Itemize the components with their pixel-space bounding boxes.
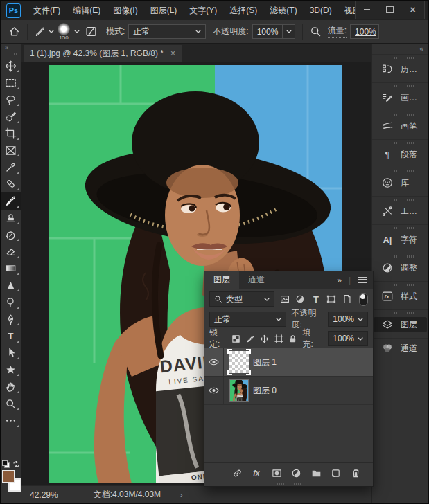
tool-dodge[interactable] — [1, 294, 21, 310]
panel-button-channels[interactable]: 通道 — [372, 339, 428, 358]
menu-edit[interactable]: 编辑(E) — [67, 5, 107, 17]
layer-thumbnail[interactable] — [229, 351, 249, 373]
filter-pixel-icon[interactable] — [280, 294, 290, 305]
filter-toggle[interactable] — [359, 293, 368, 306]
layer-row-1[interactable]: 图层 1 — [204, 348, 373, 377]
lock-position-icon[interactable] — [260, 334, 270, 344]
default-colors-icon[interactable] — [2, 460, 10, 468]
toolbar-grip[interactable] — [6, 53, 17, 55]
layer-thumbnail[interactable] — [229, 379, 249, 402]
tool-eraser[interactable] — [1, 243, 21, 260]
tool-clone-stamp[interactable] — [1, 210, 21, 226]
tool-custom-shape[interactable] — [1, 361, 21, 378]
panel-resize-grip[interactable] — [204, 483, 373, 486]
dock-collapse-icon[interactable]: « — [372, 44, 428, 55]
tool-spot-healing-brush[interactable] — [1, 176, 21, 192]
layer-row-0[interactable]: 图层 0 — [204, 377, 373, 405]
panel-button-layers[interactable]: 图层 — [372, 310, 428, 339]
panel-button-libraries[interactable]: 库 — [372, 168, 428, 197]
tool-frame[interactable] — [1, 142, 21, 159]
opacity-field[interactable]: 100% — [252, 24, 295, 39]
panel-button-adjustments[interactable]: 调整 — [372, 253, 428, 282]
tool-hand[interactable] — [1, 378, 21, 395]
tool-crop[interactable] — [1, 125, 21, 142]
tool-gradient[interactable] — [1, 260, 21, 277]
add-mask-icon[interactable] — [270, 467, 283, 479]
tab-channels[interactable]: 通道 — [239, 271, 274, 289]
panel-collapse-icon[interactable]: » — [337, 276, 342, 285]
menu-image[interactable]: 图像(I) — [107, 5, 143, 17]
tool-brush[interactable] — [1, 192, 21, 209]
filter-shape-icon[interactable] — [326, 294, 337, 305]
minimize-button[interactable] — [356, 1, 378, 19]
lock-transparency-icon[interactable] — [231, 334, 241, 344]
tool-pen[interactable] — [1, 311, 21, 327]
tool-blur[interactable] — [1, 277, 21, 294]
zoom-level-field[interactable]: 42.29% — [21, 490, 67, 500]
chevron-down-icon[interactable] — [74, 30, 80, 33]
new-adjustment-layer-icon[interactable] — [290, 467, 303, 479]
lock-artboard-icon[interactable] — [274, 334, 283, 344]
brush-settings-toggle[interactable] — [85, 26, 97, 37]
blend-mode-select[interactable]: 正常 — [209, 312, 286, 327]
panel-button-tool-presets[interactable]: 工… — [372, 197, 428, 225]
document-tab[interactable]: 1 (1).jpg @ 42.3% (图层 1, RGB/8) * × — [24, 45, 182, 62]
tool-move[interactable] — [1, 57, 21, 74]
panel-button-brush-settings[interactable]: 画… — [372, 83, 428, 111]
tool-eyedropper[interactable] — [1, 159, 21, 175]
visibility-toggle[interactable] — [204, 377, 224, 404]
panel-menu-icon[interactable] — [358, 277, 367, 283]
link-layers-icon[interactable] — [231, 467, 243, 479]
maximize-button[interactable] — [378, 1, 401, 19]
delete-layer-icon[interactable] — [349, 467, 362, 479]
toolbar-expand-icon[interactable]: » — [1, 44, 21, 53]
menu-3d[interactable]: 3D(D) — [304, 6, 338, 15]
layer-effects-icon[interactable]: fx — [251, 467, 263, 479]
menu-filter[interactable]: 滤镜(T) — [263, 5, 303, 17]
flow-label[interactable]: 流量: — [328, 25, 347, 38]
panel-button-styles[interactable]: fx样式 — [372, 282, 428, 310]
tool-type[interactable]: T — [1, 327, 21, 344]
tool-quick-selection[interactable] — [1, 108, 21, 125]
menu-layer[interactable]: 图层(L) — [144, 5, 184, 17]
tool-zoom[interactable] — [1, 395, 21, 412]
flow-field[interactable]: 100% — [350, 24, 379, 39]
search-button[interactable] — [310, 26, 322, 37]
visibility-toggle[interactable] — [204, 348, 224, 376]
tool-lasso[interactable] — [1, 91, 21, 108]
swap-colors-icon[interactable] — [12, 460, 20, 468]
tool-path-selection[interactable] — [1, 345, 21, 361]
tool-edit-toolbar[interactable] — [1, 412, 21, 429]
layer-name[interactable]: 图层 1 — [253, 357, 277, 368]
panel-button-paragraph[interactable]: ¶段落 — [372, 140, 428, 168]
tool-rectangular-marquee[interactable] — [1, 74, 21, 91]
close-button[interactable]: × — [401, 1, 424, 19]
foreground-color-swatch[interactable] — [2, 470, 15, 483]
brush-preset-picker[interactable]: 150 — [58, 23, 70, 40]
filter-smart-object-icon[interactable] — [342, 294, 353, 305]
fill-field[interactable]: 100% — [328, 331, 368, 346]
menu-type[interactable]: 文字(Y) — [183, 5, 223, 17]
panel-button-character[interactable]: A|字符 — [372, 225, 428, 253]
tool-history-brush[interactable] — [1, 226, 21, 243]
menu-file[interactable]: 文件(F) — [27, 5, 67, 17]
home-button[interactable] — [8, 26, 20, 37]
filter-type-select[interactable]: 类型 — [209, 291, 274, 307]
tool-preset-picker[interactable] — [35, 26, 54, 37]
menu-select[interactable]: 选择(S) — [223, 5, 263, 17]
tab-layers[interactable]: 图层 — [204, 271, 239, 289]
new-group-icon[interactable] — [310, 467, 322, 479]
panel-button-brushes[interactable]: 画笔 — [372, 111, 428, 140]
layer-opacity-field[interactable]: 100% — [328, 312, 368, 327]
filter-type-icon[interactable]: T — [311, 294, 322, 305]
mode-select[interactable]: 正常 — [128, 24, 206, 39]
layer-name[interactable]: 图层 0 — [253, 385, 277, 397]
status-popup-chevron[interactable]: › — [180, 491, 183, 499]
filter-adjustment-icon[interactable] — [295, 294, 306, 305]
panel-button-history[interactable]: 历… — [372, 55, 428, 83]
lock-row: 锁定: 填充: 100% — [204, 329, 373, 348]
lock-pixels-icon[interactable] — [245, 334, 255, 344]
new-layer-icon[interactable] — [330, 467, 342, 479]
lock-all-icon[interactable] — [288, 334, 298, 344]
tab-close-icon[interactable]: × — [170, 48, 175, 58]
